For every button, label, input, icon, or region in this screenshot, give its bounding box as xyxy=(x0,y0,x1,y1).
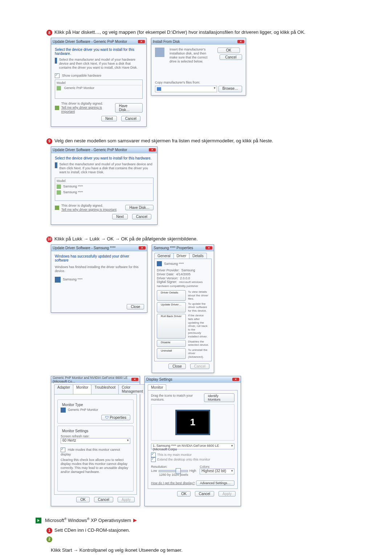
xp-heading: Microsoft® Windows® XP Operativsystem xyxy=(45,517,131,523)
refresh-select[interactable]: 60 Hertz xyxy=(61,438,130,444)
step-xp-2: 2 xyxy=(0,536,392,542)
apply-button: Apply xyxy=(219,491,236,497)
close-button[interactable]: Close xyxy=(127,304,144,309)
ok-button[interactable]: OK xyxy=(217,48,240,53)
have-disk-button[interactable]: Have Disk… xyxy=(115,103,143,113)
driver-details-button[interactable]: Driver Details xyxy=(157,290,186,301)
dialog-heading: Select the device driver you want to ins… xyxy=(55,156,154,160)
model-row[interactable]: Samsung **** xyxy=(56,184,152,190)
show-compatible-checkbox[interactable] xyxy=(55,73,60,78)
model-row-label: Generic PnP Monitor xyxy=(64,86,94,90)
advanced-settings-button[interactable]: Advanced Settings… xyxy=(196,481,234,486)
driver-details-desc: To view details about the driver files. xyxy=(188,290,209,301)
red-arrow-icon xyxy=(133,519,137,522)
ok-button[interactable]: OK xyxy=(76,497,89,502)
date-value: 4/14/2005 xyxy=(176,272,191,276)
slider-thumb[interactable] xyxy=(176,468,181,474)
tell-me-why-link[interactable]: Tell me why driver signing is important xyxy=(61,106,115,114)
step-10-num: 10 xyxy=(46,236,52,242)
device-icon xyxy=(55,162,57,168)
colors-select[interactable]: Highest (32 bit) xyxy=(200,469,234,474)
tab-adapter[interactable]: Adapter xyxy=(54,384,73,394)
close-icon[interactable]: ✕ xyxy=(237,40,244,43)
cancel-button[interactable]: Cancel xyxy=(94,497,113,502)
next-button[interactable]: Next xyxy=(101,116,117,121)
provider-label: Driver Provider: xyxy=(157,268,180,272)
cancel-button[interactable]: Cancel xyxy=(121,116,140,121)
uninstall-button[interactable]: Uninstall xyxy=(157,348,186,359)
step-8-text: Klikk på Har diskett…, og velg mappen (f… xyxy=(54,29,348,36)
tab-monitor[interactable]: Monitor xyxy=(73,384,91,394)
browse-button[interactable]: Browse… xyxy=(219,86,242,92)
res-high: High xyxy=(189,469,196,473)
window-title: Samsung **** Properties xyxy=(154,246,193,250)
cancel-button[interactable]: Cancel xyxy=(195,491,214,497)
window-update-driver-1: Update Driver Software - Generic PnP Mon… xyxy=(51,38,147,127)
close-button[interactable]: Close xyxy=(168,364,186,369)
drive-select[interactable] xyxy=(155,86,217,92)
monitor-icon xyxy=(57,190,61,195)
step-xp-1-num: 1 xyxy=(46,528,52,534)
model-col-header: Model xyxy=(56,179,152,184)
model-row[interactable]: Generic PnP Monitor xyxy=(56,85,142,91)
close-icon[interactable]: ✕ xyxy=(232,378,239,381)
close-icon[interactable]: ✕ xyxy=(139,246,146,250)
step-xp-1: 1 Sett CDen inn i CD-ROM-stasjonen. xyxy=(0,527,392,534)
monitor-icon xyxy=(57,185,61,189)
window-title: Display Settings xyxy=(146,377,172,381)
dialog-heading: Select the device driver you want to ins… xyxy=(55,48,143,56)
monitor-preview[interactable]: 1 xyxy=(175,410,210,435)
close-icon[interactable]: ✕ xyxy=(205,246,212,250)
close-icon[interactable]: ✕ xyxy=(131,378,138,381)
window-title: Generic PnP Monitor and NVIDIA GeForce 6… xyxy=(53,376,131,383)
resolution-slider[interactable] xyxy=(159,470,188,472)
monitor-icon xyxy=(157,261,162,266)
have-disk-button[interactable]: Have Disk… xyxy=(125,205,154,210)
monitor-type-value: Generic PnP Monitor xyxy=(68,408,98,412)
provider-value: Samsung xyxy=(181,268,195,272)
drag-text: Drag the icons to match your monitors. xyxy=(151,394,204,402)
update-driver-button[interactable]: Update Driver… xyxy=(157,302,186,313)
tab-driver[interactable]: Driver xyxy=(173,253,190,259)
monitor-icon xyxy=(57,86,61,90)
dialog-subtext: Select the manufacturer and model of you… xyxy=(60,162,154,174)
device-name: Samsung **** xyxy=(63,278,83,281)
rollback-desc: If the device fails after updating the d… xyxy=(188,314,209,338)
extend-label: Extend the desktop onto this monitor xyxy=(157,458,210,461)
update-driver-desc: To update the driver software for this d… xyxy=(188,302,209,313)
tab-troubleshoot[interactable]: Troubleshoot xyxy=(91,384,119,394)
floppy-icon xyxy=(157,87,161,91)
hide-modes-checkbox[interactable] xyxy=(61,447,65,452)
tab-general[interactable]: General xyxy=(154,253,174,259)
display-select[interactable]: 1. Samsung **** on NVIDIA GeForce 6600 L… xyxy=(151,443,234,449)
disk-icon xyxy=(155,48,164,57)
disable-button[interactable]: Disable xyxy=(157,340,186,347)
model-row[interactable]: Samsung **** xyxy=(56,190,152,195)
identify-monitors-button[interactable]: Identify Monitors xyxy=(204,393,234,402)
tab-monitor[interactable]: Monitor xyxy=(148,384,166,390)
titlebar: Generic PnP Monitor and NVIDIA GeForce 6… xyxy=(51,376,140,383)
install-from-disk-msg: Insert the manufacturer's installation d… xyxy=(170,48,215,63)
window-update-success: Update Driver Software - Samsung **** ✕ … xyxy=(51,244,147,313)
window-title: Update Driver Software - Samsung **** xyxy=(53,246,115,250)
tell-me-why-link[interactable]: Tell me why driver signing is important xyxy=(61,208,117,212)
tab-details[interactable]: Details xyxy=(189,253,207,259)
next-button[interactable]: Next xyxy=(112,214,128,219)
best-display-link[interactable]: How do I get the best display? xyxy=(151,481,195,485)
window-display-settings: Display Settings ✕ Monitor Drag the icon… xyxy=(144,376,241,507)
close-icon[interactable]: ✕ xyxy=(149,148,156,151)
model-row-label: Samsung **** xyxy=(63,191,83,194)
step-8: 8 Klikk på Har diskett…, og velg mappen … xyxy=(0,29,392,36)
display-select-value: 1. Samsung **** on NVIDIA GeForce 6600 L… xyxy=(153,444,219,451)
close-icon[interactable]: ✕ xyxy=(138,40,145,43)
ok-button[interactable]: OK xyxy=(177,491,190,497)
cancel-button[interactable]: Cancel xyxy=(220,54,242,60)
dialog-subtext: Select the manufacturer and model of you… xyxy=(59,58,143,69)
tab-color-mgmt[interactable]: Color Management xyxy=(118,384,146,394)
monitor-icon xyxy=(55,277,61,283)
properties-button[interactable]: 🛡 Properties xyxy=(101,415,130,420)
resolution-label: Resolution: xyxy=(151,465,196,469)
rollback-button[interactable]: Roll Back Driver xyxy=(157,314,186,338)
cancel-button[interactable]: Cancel xyxy=(132,214,151,219)
date-label: Driver Date: xyxy=(157,272,174,276)
